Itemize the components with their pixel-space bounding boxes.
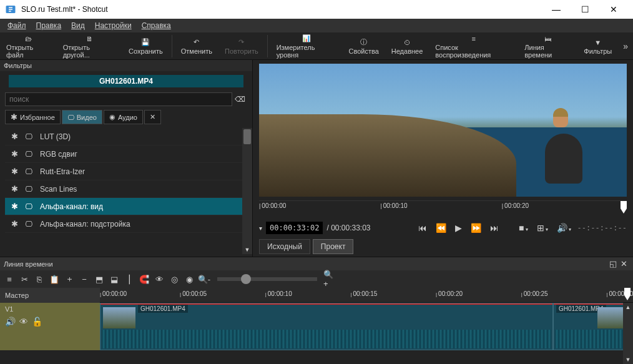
scroll-down-icon[interactable]: ▼ — [623, 355, 633, 364]
redo-button[interactable]: ↷Повторить — [218, 35, 265, 57]
properties-button[interactable]: ⓘСвойства — [342, 35, 385, 57]
filter-item[interactable]: ✱🖵LUT (3D) — [5, 128, 242, 145]
document-icon: 🗎 — [86, 34, 93, 44]
player-panel: 00:00:00 00:00:10 00:00:20 ▾ 00:00:33:02… — [253, 60, 633, 257]
filters-button[interactable]: ▼Фильтры — [577, 35, 618, 57]
clip-waveform — [102, 330, 551, 348]
maximize-button[interactable]: ☐ — [571, 0, 599, 19]
menu-file[interactable]: Файл — [2, 20, 31, 31]
track-hide-icon[interactable]: 👁 — [19, 317, 28, 327]
filter-item[interactable]: ✱🖵Scan Lines — [5, 180, 242, 198]
ruler-playhead-icon[interactable] — [621, 201, 627, 214]
volume-dropdown[interactable]: 🔊 — [554, 222, 574, 234]
star-icon: ✱ — [11, 202, 20, 211]
ripple-all-icon[interactable]: ◉ — [182, 272, 196, 286]
redo-icon: ↷ — [238, 37, 244, 47]
timeline-scrollbar[interactable]: ▲ ▼ — [623, 303, 633, 364]
toolbar-overflow[interactable]: » — [618, 41, 633, 51]
menu-icon[interactable]: ≡ — [2, 272, 16, 286]
split-icon[interactable]: ⎮ — [122, 272, 136, 286]
filter-item[interactable]: ✱🖵Rutt-Etra-Izer — [5, 163, 242, 180]
filter-item[interactable]: ✱🖵Альфа-канал: вид — [5, 198, 242, 215]
filter-tab-favorites[interactable]: ✱Избранное — [5, 110, 61, 124]
ripple-icon[interactable]: ◎ — [167, 272, 181, 286]
track-head-v1[interactable]: V1 🔊 👁 🔓 — [0, 303, 100, 350]
timeline-title: Линия времени — [4, 260, 53, 268]
recent-button[interactable]: ⏲Недавнее — [385, 35, 429, 57]
clear-search-icon[interactable]: ⌫ — [232, 95, 247, 104]
filter-tab-video[interactable]: 🖵Видео — [62, 110, 102, 124]
in-out-time: --:--:--:-- — [577, 224, 627, 232]
overwrite-icon[interactable]: ⬓ — [107, 272, 121, 286]
monitor-icon: 🖵 — [25, 167, 35, 176]
zoom-in-icon[interactable]: 🔍+ — [323, 272, 337, 286]
filter-item[interactable]: ✱🖵RGB сдвиг — [5, 145, 242, 163]
player-ruler[interactable]: 00:00:00 00:00:10 00:00:20 — [259, 200, 627, 218]
menu-help[interactable]: Справка — [137, 20, 176, 31]
track-lock-icon[interactable]: 🔓 — [32, 317, 42, 327]
timeline-ruler[interactable]: 00:00:00 00:00:05 00:00:10 00:00:15 00:0… — [100, 288, 633, 303]
play-button[interactable]: ▶ — [453, 222, 464, 234]
scrub-icon[interactable]: 👁 — [152, 272, 166, 286]
monitor-icon: 🖵 — [25, 220, 35, 229]
zoom-out-icon[interactable]: 🔍- — [197, 272, 211, 286]
playlist-button[interactable]: ≡Список воспроизведения — [429, 31, 518, 61]
timeline-clip[interactable]: GH012601.MP4 — [100, 303, 553, 350]
fast-forward-button[interactable]: ⏩ — [468, 222, 484, 234]
lift-icon[interactable]: ⬒ — [92, 272, 106, 286]
close-icon: ✕ — [150, 113, 155, 121]
add-icon[interactable]: ＋ — [62, 272, 76, 286]
open-other-button[interactable]: 🗎Открыть другой... — [57, 31, 122, 61]
scroll-down-icon[interactable]: ▼ — [242, 245, 252, 254]
list-icon: ≡ — [472, 34, 476, 44]
skip-end-button[interactable]: ⏭ — [488, 222, 501, 234]
filters-source-clip[interactable]: GH012601.MP4 — [9, 75, 243, 87]
star-icon: ✱ — [11, 132, 20, 141]
snap-icon[interactable]: 🧲 — [137, 272, 151, 286]
video-viewer[interactable] — [259, 64, 627, 197]
filter-tab-close[interactable]: ✕ — [144, 110, 161, 124]
zoom-slider-knob[interactable] — [241, 274, 251, 284]
skip-start-button[interactable]: ⏮ — [416, 222, 429, 234]
player-tab-source[interactable]: Исходный — [259, 239, 310, 254]
filter-item[interactable]: ✱🖵Альфа-канал: подстройка — [5, 215, 242, 233]
track-row-v1[interactable]: GH012601.MP4 GH012601.MP4 — [100, 303, 633, 350]
timeline-close-icon[interactable]: ✕ — [619, 259, 629, 268]
menu-view[interactable]: Вид — [66, 20, 90, 31]
timeline-panel: Линия времени ◱ ✕ ≡ ✂ ⎘ 📋 ＋ − ⬒ ⬓ ⎮ 🧲 👁 … — [0, 257, 633, 364]
filter-list-scrollbar[interactable]: ▲ ▼ — [242, 128, 252, 254]
zoom-slider[interactable] — [217, 277, 317, 281]
filter-tab-audio[interactable]: ◉Аудио — [104, 110, 143, 124]
player-controls: ▾ 00:00:33:02 / 00:00:33:03 ⏮ ⏪ ▶ ⏩ ⏭ ■ … — [259, 219, 627, 237]
close-button[interactable]: ✕ — [599, 0, 628, 19]
menu-edit[interactable]: Правка — [31, 20, 67, 31]
cut-icon[interactable]: ✂ — [17, 272, 31, 286]
undo-button[interactable]: ↶Отменить — [175, 35, 218, 57]
timecode-position[interactable]: 00:00:33:02 — [266, 222, 323, 234]
track-head-master[interactable]: Мастер — [0, 288, 100, 303]
open-file-button[interactable]: 🗁Открыть файл — [0, 31, 57, 61]
copy-icon[interactable]: ⎘ — [32, 272, 46, 286]
minimize-button[interactable]: — — [542, 0, 571, 19]
rewind-button[interactable]: ⏪ — [433, 222, 449, 234]
track-mute-icon[interactable]: 🔊 — [5, 317, 16, 327]
timeline-button[interactable]: 🛏Линия времени — [518, 31, 577, 61]
timecode-dropdown-icon[interactable]: ▾ — [259, 225, 262, 232]
folder-icon: 🗁 — [25, 34, 32, 44]
scroll-up-icon[interactable]: ▲ — [623, 303, 633, 312]
star-icon: ✱ — [11, 112, 17, 122]
filter-search-input[interactable] — [5, 92, 232, 106]
player-tab-project[interactable]: Проект — [313, 239, 354, 254]
menu-settings[interactable]: Настройки — [90, 20, 137, 31]
timeline-undock-icon[interactable]: ◱ — [607, 259, 619, 268]
zoom-dropdown[interactable]: ■ — [516, 222, 530, 234]
scroll-thumb[interactable] — [243, 129, 251, 144]
peak-meter-button[interactable]: 📊Измеритель уровня — [270, 31, 343, 61]
save-button[interactable]: 💾Сохранить — [122, 35, 169, 57]
timeline-playhead-icon[interactable] — [624, 288, 631, 300]
timeline-clip[interactable]: GH012601.MP4 — [553, 303, 633, 350]
remove-icon[interactable]: − — [77, 272, 91, 286]
paste-icon[interactable]: 📋 — [47, 272, 61, 286]
grid-dropdown[interactable]: ⊞ — [534, 222, 551, 234]
app-icon — [5, 4, 16, 15]
